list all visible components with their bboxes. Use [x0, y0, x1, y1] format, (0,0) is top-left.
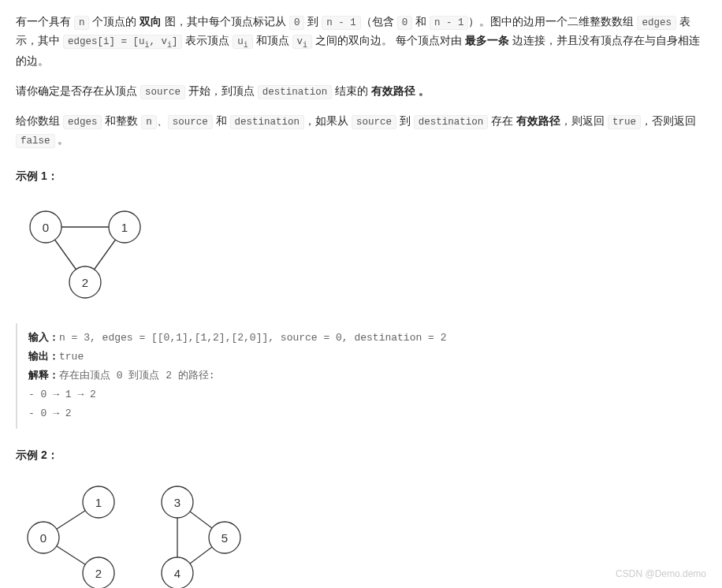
bold-valid-path: 有效路径 。: [371, 84, 430, 97]
graph2-node-1: 1: [95, 496, 102, 509]
example-2-graph: 0 1 2 3 4 5: [16, 482, 252, 588]
graph-node-0: 0: [43, 221, 49, 234]
example-1-graph: 0 1 2: [16, 203, 158, 306]
code-true: true: [608, 115, 641, 129]
code-n-minus-1b: n - 1: [430, 16, 469, 30]
code-source3: source: [352, 115, 396, 129]
code-n-minus-1: n - 1: [322, 16, 361, 30]
graph2-node-4: 4: [174, 567, 180, 580]
graph2-node-2: 2: [95, 567, 102, 580]
example-1-title: 示例 1：: [16, 167, 706, 186]
code-edges-i: edges[i] = [ui, vi]: [63, 35, 183, 49]
code-destination: destination: [258, 85, 333, 99]
code-source2: source: [168, 115, 213, 129]
code-false: false: [16, 134, 55, 148]
problem-paragraph-2: 请你确定是否存在从顶点 source 开始，到顶点 destination 结束…: [16, 82, 706, 101]
code-edges2: edges: [63, 115, 102, 129]
output-label: 输出：: [28, 351, 59, 363]
code-vi: vi: [292, 35, 313, 49]
input-label: 输入：: [28, 332, 59, 344]
code-0b: 0: [397, 16, 413, 30]
graph2-node-3: 3: [174, 496, 180, 509]
example-1-output: true: [59, 351, 84, 363]
watermark: CSDN @Demo.demo: [616, 566, 706, 582]
bold-at-most-one: 最多一条: [465, 34, 509, 47]
code-destination2: destination: [230, 115, 305, 129]
example-1-explain: 存在由顶点 0 到顶点 2 的路径:: [59, 370, 215, 381]
graph-node-2: 2: [82, 276, 88, 289]
code-ui: ui: [233, 35, 253, 49]
example-1-path2: - 0 → 2: [28, 405, 706, 422]
graph2-node-5: 5: [221, 531, 228, 545]
example-2-title: 示例 2：: [16, 446, 706, 465]
problem-paragraph-1: 有一个具有 n 个顶点的 双向 图，其中每个顶点标记从 0 到 n - 1（包含…: [16, 13, 706, 71]
problem-paragraph-3: 给你数组 edges 和整数 n、source 和 destination，如果…: [16, 112, 706, 151]
bold-bidirectional: 双向: [140, 15, 162, 28]
bold-valid-path2: 有效路径: [516, 114, 560, 127]
code-0: 0: [289, 16, 305, 30]
example-1-input: n = 3, edges = [[0,1],[1,2],[2,0]], sour…: [59, 332, 446, 344]
graph-node-1: 1: [121, 221, 128, 234]
code-source: source: [140, 85, 185, 99]
example-1-path1: - 0 → 1 → 2: [28, 386, 706, 404]
graph2-node-0: 0: [40, 531, 47, 545]
code-n: n: [74, 16, 90, 30]
code-edges: edges: [637, 16, 676, 30]
example-1-block: 输入：n = 3, edges = [[0,1],[1,2],[2,0]], s…: [16, 323, 706, 429]
code-n2: n: [141, 115, 157, 129]
explain-label: 解释：: [28, 370, 59, 381]
code-destination3: destination: [414, 115, 489, 129]
